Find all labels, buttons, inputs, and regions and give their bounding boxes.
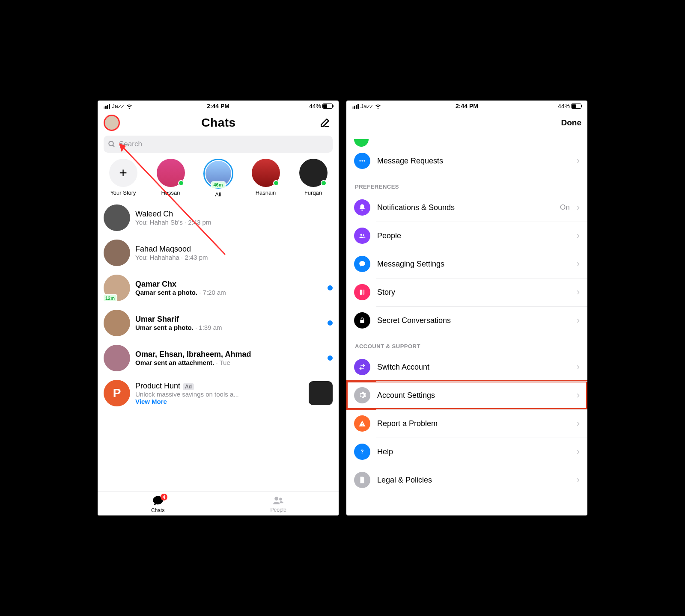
chevron-right-icon: › (577, 361, 580, 373)
svg-point-2 (275, 497, 279, 500)
search-icon (108, 140, 116, 148)
done-button[interactable]: Done (561, 118, 582, 127)
chevron-right-icon: › (577, 230, 580, 241)
chevron-right-icon: › (577, 287, 580, 298)
story-furqan[interactable]: Furqan (290, 159, 336, 198)
story-hasnain[interactable]: Hasnain (243, 159, 289, 198)
chat-row[interactable]: Umar Sharif Umar sent a photo. · 1:39 am (98, 305, 339, 341)
row-report-problem[interactable]: Report a Problem › (346, 409, 587, 438)
status-time: 2:44 PM (346, 103, 587, 110)
lock-icon (354, 312, 370, 329)
left-phone: Jazz 2:44 PM 44% Chats Search + Your Sto… (98, 101, 339, 515)
message-requests-icon (354, 153, 370, 169)
row-legal[interactable]: Legal & Policies › (346, 466, 587, 494)
ad-thumbnail (309, 381, 333, 405)
partial-row-icon (354, 139, 369, 147)
right-phone: Jazz 2:44 PM 44% Done Message Requests ›… (346, 101, 587, 515)
story-hassan[interactable]: Hassan (148, 159, 194, 198)
row-account-settings[interactable]: Account Settings › (346, 381, 587, 409)
svg-point-3 (279, 498, 282, 500)
notifications-value: On (560, 203, 570, 212)
row-notifications[interactable]: Notifications & Sounds On › (346, 193, 587, 222)
chevron-right-icon: › (577, 474, 580, 486)
people-icon (354, 228, 370, 244)
view-more-link[interactable]: View More (135, 398, 304, 405)
row-story[interactable]: Story › (346, 278, 587, 306)
chevron-right-icon: › (577, 446, 580, 457)
bell-icon (354, 199, 370, 216)
chats-header: Chats (98, 112, 339, 134)
svg-point-7 (361, 160, 363, 161)
chevron-right-icon: › (577, 390, 580, 401)
chevron-right-icon: › (577, 258, 580, 270)
chat-row-ad[interactable]: P Product HuntAd Unlock massive savings … (98, 376, 339, 411)
avatar: P (104, 380, 130, 406)
gear-icon (354, 387, 370, 403)
help-icon: ? (354, 444, 370, 460)
people-icon (272, 495, 285, 506)
settings-list: Message Requests › PREFERENCES Notificat… (346, 134, 587, 494)
svg-text:?: ? (360, 449, 363, 455)
row-secret-conversations[interactable]: Secret Conversations › (346, 306, 587, 335)
chevron-right-icon: › (577, 155, 580, 166)
your-story[interactable]: + Your Story (100, 159, 146, 198)
row-messaging-settings[interactable]: Messaging Settings › (346, 250, 587, 278)
plus-icon: + (109, 159, 137, 187)
battery-label: 44% (558, 103, 570, 110)
chat-row[interactable]: Omar, Ehsan, Ibraheem, Ahmad Omar sent a… (98, 341, 339, 376)
battery-icon (322, 104, 333, 109)
row-help[interactable]: ? Help › (346, 438, 587, 466)
battery-label: 44% (309, 103, 321, 110)
section-account: ACCOUNT & SUPPORT (346, 335, 587, 353)
unread-dot (328, 285, 333, 290)
stories-row: + Your Story Hassan 46m Ali Hasnain Furq… (98, 157, 339, 200)
story-icon (354, 284, 370, 300)
carrier-label: Jazz (112, 103, 124, 110)
tab-chats[interactable]: 4 Chats (98, 492, 218, 515)
chevron-right-icon: › (577, 418, 580, 429)
row-people[interactable]: People › (346, 222, 587, 250)
wifi-icon (126, 104, 133, 109)
compose-button[interactable] (317, 115, 333, 130)
avatar (104, 204, 130, 231)
chat-icon (354, 256, 370, 272)
switch-icon (354, 359, 370, 375)
status-bar: Jazz 2:44 PM 44% (98, 101, 339, 112)
svg-rect-11 (360, 290, 362, 295)
signal-icon (104, 104, 110, 109)
section-preferences: PREFERENCES (346, 175, 587, 193)
avatar (104, 310, 130, 336)
status-time: 2:44 PM (98, 103, 339, 110)
avatar (104, 240, 130, 266)
bottom-tab-bar: 4 Chats People (98, 492, 339, 515)
badge: 4 (161, 494, 167, 500)
status-bar: Jazz 2:44 PM 44% (346, 101, 587, 112)
row-switch-account[interactable]: Switch Account › (346, 353, 587, 381)
chevron-right-icon: › (577, 315, 580, 326)
search-placeholder: Search (119, 140, 142, 148)
chevron-right-icon: › (577, 202, 580, 213)
dual-screenshot-container: Jazz 2:44 PM 44% Chats Search + Your Sto… (90, 93, 595, 523)
chat-row[interactable]: Fahad Maqsood You: Hahahaha · 2:43 pm (98, 235, 339, 270)
wifi-icon (375, 104, 381, 109)
search-input[interactable]: Search (104, 136, 333, 153)
chat-row[interactable]: 12m Qamar Chx Qamar sent a photo. · 7:20… (98, 270, 339, 305)
svg-point-9 (360, 234, 363, 236)
carrier-label: Jazz (360, 103, 373, 110)
svg-point-10 (363, 234, 364, 236)
svg-point-0 (109, 141, 113, 146)
svg-point-6 (359, 160, 360, 161)
chat-row[interactable]: Waleed Ch You: Hahah Sb's · 2:43 pm (98, 200, 339, 235)
unread-dot (328, 355, 333, 361)
profile-avatar-button[interactable] (104, 115, 120, 131)
tab-people[interactable]: People (218, 492, 339, 515)
row-message-requests[interactable]: Message Requests › (346, 147, 587, 175)
ad-badge: Ad (183, 383, 194, 390)
unread-dot (328, 320, 333, 326)
svg-point-8 (363, 160, 365, 161)
settings-header: Done (346, 112, 587, 134)
warning-icon (354, 415, 370, 432)
story-ali[interactable]: 46m Ali (195, 159, 241, 198)
compose-icon (319, 117, 331, 128)
battery-icon (571, 104, 581, 109)
